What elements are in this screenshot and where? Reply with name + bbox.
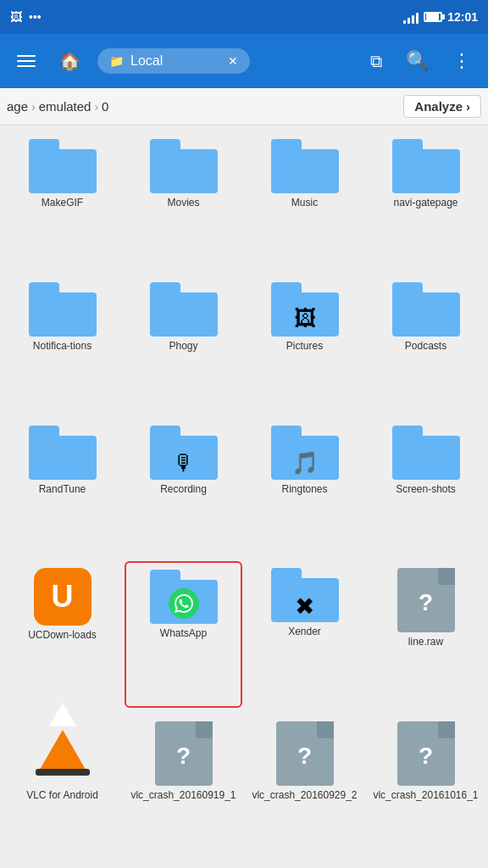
file-label: Recording [160,483,207,497]
folder-icon [150,282,218,337]
list-item[interactable]: Movies [125,132,242,269]
file-label: WhatsApp [160,627,207,641]
folder-icon [271,139,339,193]
folder-icon [392,139,460,193]
file-label: Movies [167,197,199,210]
question-mark-icon: ? [297,743,312,770]
file-grid: MakeGIF Movies Music navi-gatepage Notif… [0,125,488,868]
breadcrumb-arrow-1: › [31,100,36,114]
breadcrumb-arrow-2: › [94,100,98,114]
file-label: vlc_crash_20160919_1 [130,789,236,803]
breadcrumb-0[interactable]: 0 [102,99,108,114]
list-item[interactable]: U UCDown-loads [3,561,121,708]
file-label: Phogy [169,340,197,353]
question-mark-icon: ? [176,743,191,770]
list-item[interactable]: 🎙 Recording [125,419,242,555]
file-label: navi-gatepage [393,197,458,210]
breadcrumb-emulated[interactable]: emulated [39,99,92,114]
folder-icon [29,139,97,193]
tab-icon: 📁 [109,54,124,68]
pictures-overlay-icon: 🖼 [294,305,316,331]
status-right-icons: 12:01 [403,10,478,24]
list-item[interactable]: ? vlc_crash_20160919_1 [125,715,242,861]
whatsapp-overlay-icon [169,588,199,619]
folder-icon [29,426,97,480]
folder-icon [392,426,460,480]
home-button[interactable]: 🏠 [53,44,87,78]
list-item[interactable]: navi-gatepage [367,132,485,269]
file-label: Ringtones [281,483,327,497]
list-item[interactable]: MakeGIF [3,132,121,269]
ringtones-note-icon: 🎵 [291,450,319,476]
folder-icon [150,139,218,193]
folder-whatsapp-icon [150,570,218,624]
vlc-icon [33,721,92,786]
analyze-button[interactable]: Analyze › [403,95,481,118]
file-label: Pictures [286,340,323,353]
battery-icon [424,12,442,22]
uc-downloads-icon: U [34,568,92,626]
status-bar: 🖼 ••• 12:01 [0,0,488,34]
folder-icon [29,282,97,337]
list-item[interactable]: Notifica-tions [3,275,121,412]
list-item[interactable]: ? line.raw [367,561,485,708]
breadcrumb-age[interactable]: age [7,99,28,114]
file-label: MakeGIF [42,197,83,210]
menu-dots-icon: ••• [29,10,42,24]
file-label: VLC for Android [26,789,98,803]
list-item[interactable]: ✖ Xender [246,561,363,708]
list-item[interactable]: Music [246,132,363,269]
photo-icon: 🖼 [10,10,22,24]
breadcrumb: age › emulated › 0 Analyze › [0,88,488,125]
file-label: line.raw [408,636,443,649]
file-crash1-icon: ? [155,721,213,786]
folder-xender-icon: ✖ [271,568,339,622]
folder-recording-icon: 🎙 [150,426,218,480]
question-mark-icon: ? [419,590,433,617]
file-label: Music [291,197,318,210]
folder-pictures-icon: 🖼 [271,282,339,337]
status-left-icons: 🖼 ••• [10,10,42,24]
list-item[interactable]: 🖼 Pictures [246,275,363,412]
list-item[interactable]: Podcasts [367,275,485,412]
pages-button[interactable]: ⧉ [363,45,389,78]
list-item[interactable]: VLC for Android [3,715,121,861]
folder-ringtones-icon: 🎵 [271,426,339,480]
recording-mic-icon: 🎙 [173,450,195,476]
signal-icon [403,10,419,24]
file-raw-icon: ? [397,568,455,632]
time-display: 12:01 [447,10,478,24]
list-item[interactable]: Screen-shots [367,419,485,555]
file-crash2-icon: ? [276,721,334,786]
file-label: Screen-shots [396,483,456,497]
folder-icon [392,282,460,337]
file-label: Notifica-tions [33,340,92,353]
list-item[interactable]: RandTune [3,419,121,555]
analyze-arrow-icon: › [466,99,470,114]
whatsapp-folder-item[interactable]: WhatsApp [125,561,242,708]
file-label: RandTune [39,483,86,497]
file-crash3-icon: ? [397,721,455,786]
file-label: UCDown-loads [28,629,97,643]
xender-overlay-icon: ✖ [295,593,314,620]
list-item[interactable]: ? vlc_crash_20161016_1 [367,715,485,861]
local-tab[interactable]: 📁 Local ✕ [97,48,250,74]
app-bar: 🏠 📁 Local ✕ ⧉ 🔍 ⋮ [0,34,488,88]
list-item[interactable]: ? vlc_crash_20160929_2 [246,715,363,861]
tab-label: Local [130,53,163,69]
file-label: vlc_crash_20161016_1 [373,789,478,803]
list-item[interactable]: Phogy [125,275,242,412]
file-label: vlc_crash_20160929_2 [252,789,357,803]
tab-close-button[interactable]: ✕ [228,54,238,68]
question-mark-icon: ? [419,743,433,770]
more-options-button[interactable]: ⋮ [446,43,478,79]
file-label: Xender [288,626,321,639]
search-button[interactable]: 🔍 [399,43,435,79]
uc-letter: U [52,579,74,615]
list-item[interactable]: 🎵 Ringtones [246,419,363,555]
menu-button[interactable] [10,48,42,74]
file-label: Podcasts [405,340,446,353]
